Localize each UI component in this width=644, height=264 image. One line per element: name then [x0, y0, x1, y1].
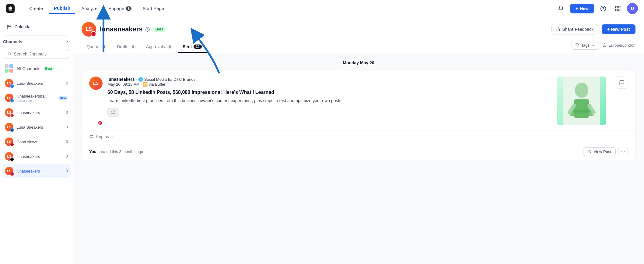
share-icon: [556, 27, 560, 31]
post-avatar-wrap: LS P: [89, 77, 103, 125]
channel-avatar-luna-1: LS f: [5, 79, 13, 87]
search-channels-box[interactable]: [4, 49, 69, 59]
buffer-logo[interactable]: [6, 4, 15, 13]
timezone-display: Europe/London: [603, 43, 635, 48]
svg-rect-3: [616, 6, 618, 8]
post-author: lunasneakers: [107, 77, 135, 82]
sidebar-item-all-channels[interactable]: All Channels Beta: [2, 62, 71, 75]
channel-avatar-lunasneakers-ig: LS ◻: [5, 108, 13, 117]
post-title: 60 Days, 58 LinkedIn Posts, 568,000 Impr…: [107, 89, 552, 96]
instagram-icon: ◻: [10, 113, 14, 117]
linkedin-icon: in: [10, 128, 14, 132]
nav-start-page[interactable]: Start Page: [138, 3, 169, 13]
channel-large-pinterest-icon: P: [91, 31, 96, 37]
sidebar-divider: [4, 35, 69, 36]
svg-point-13: [147, 29, 148, 30]
channel-name-wrap: lunasneakers Beta: [100, 25, 166, 33]
help-button[interactable]: [598, 3, 609, 14]
sidebar-item-lunasneakers-pin[interactable]: LS P lunasneakers 0: [2, 164, 71, 178]
channel-header-top: LS P lunasneakers Beta: [82, 22, 635, 37]
chevron-down-icon: [591, 44, 595, 47]
channel-beta-badge: Beta: [152, 27, 166, 32]
channel-tabs: Queue 0 Drafts 0 Approvals 0 Sent 32: [82, 41, 207, 53]
tab-sent[interactable]: Sent 32: [178, 41, 207, 53]
tabs-row: Queue 0 Drafts 0 Approvals 0 Sent 32: [82, 41, 635, 53]
post-avatar: LS: [89, 77, 103, 90]
svg-rect-6: [616, 9, 618, 11]
comment-button[interactable]: [616, 77, 628, 89]
channel-header: LS P lunasneakers Beta: [73, 17, 644, 53]
svg-line-24: [590, 150, 591, 152]
channel-avatar-lunasneakers-pin: LS P: [5, 167, 13, 175]
new-post-button[interactable]: + New Post: [602, 24, 635, 34]
sidebar-item-calendar[interactable]: Calendar: [4, 22, 69, 32]
nav-items: Create Publish Analyze Engage 8 Start Pa…: [24, 3, 169, 14]
repins-label: Repins: [96, 134, 109, 139]
tag-icon: [576, 43, 579, 47]
external-link-icon: [588, 150, 592, 154]
globe-icon: [603, 43, 607, 47]
channel-avatar-luna-li: LS in: [5, 123, 13, 131]
channel-avatar-lunasneakers-tk: LS ♪: [5, 152, 13, 161]
nav-right: + New U: [555, 3, 638, 14]
nav-publish[interactable]: Publish: [49, 3, 75, 14]
apps-button[interactable]: [612, 3, 623, 14]
svg-point-11: [8, 52, 11, 55]
search-channels-input[interactable]: [14, 52, 65, 56]
nav-create[interactable]: Create: [24, 3, 48, 13]
post-image: [557, 77, 606, 125]
engage-badge: 8: [126, 6, 131, 11]
sidebar-item-good-news[interactable]: LS ▶ Good News 0: [2, 135, 71, 148]
tags-button[interactable]: Tags: [572, 41, 599, 50]
tab-approvals[interactable]: Approvals 0: [141, 41, 178, 53]
channel-title: LS P lunasneakers Beta: [82, 22, 166, 37]
sidebar-channels-header[interactable]: Channels: [0, 37, 73, 47]
new-button[interactable]: + New: [570, 4, 594, 13]
post-body: Learn LinkedIn best practices from this …: [107, 98, 552, 104]
sidebar-item-luna-sneakers-li[interactable]: LS in Luna Sneakers 0: [2, 120, 71, 134]
repins-icon: [89, 134, 93, 139]
tiktok-icon: ♪: [10, 157, 14, 161]
sidebar: Calendar Channels All Channels Beta: [0, 17, 73, 264]
chevron-up-icon: [65, 40, 70, 44]
all-channels-beta-badge: Beta: [44, 67, 54, 71]
post-footer-action: created this 3 months ago: [98, 149, 143, 154]
view-post-button[interactable]: View Post: [583, 147, 616, 156]
notifications-button[interactable]: [555, 3, 566, 14]
nav-analyze[interactable]: Analyze: [76, 3, 102, 13]
post-footer: You created this 3 months ago View Post: [82, 143, 635, 160]
tab-right-controls: Tags Europe/London: [572, 41, 635, 53]
post-content: lunasneakers · 🌐 Social Media for DTC Br…: [107, 77, 552, 125]
user-avatar[interactable]: U: [627, 3, 638, 14]
sidebar-item-luna-sneakers-1[interactable]: LS f Luna Sneakers 2: [2, 77, 71, 90]
svg-rect-5: [618, 9, 620, 11]
search-icon: [8, 52, 11, 56]
top-navigation: Create Publish Analyze Engage 8 Start Pa…: [0, 0, 644, 17]
channel-avatar-lunasneakersbs: LS 🦋: [5, 94, 13, 102]
post-footer-left: You created this 3 months ago: [89, 149, 143, 154]
sidebar-item-lunasneakers-tk[interactable]: LS ♪ lunasneakers 0: [2, 150, 71, 163]
repin-icon: [111, 110, 116, 115]
content-area: LS P lunasneakers Beta: [73, 17, 644, 264]
post-main: LS P lunasneakers · 🌐 Social Media for D…: [82, 70, 635, 130]
sidebar-calendar-section: Calendar: [0, 17, 73, 34]
post-footer-you: You: [89, 149, 96, 154]
more-options-button[interactable]: ⋯: [618, 147, 628, 156]
nav-engage[interactable]: Engage 8: [104, 3, 137, 13]
youtube-icon: ▶: [10, 143, 14, 147]
post-header: lunasneakers · 🌐 Social Media for DTC Br…: [107, 77, 552, 87]
post-image-svg: [563, 77, 600, 125]
sidebar-item-lunasneakersbs[interactable]: LS 🦋 lunasneakersbs... bsky.social New: [2, 91, 71, 105]
share-feedback-button[interactable]: Share Feedback: [551, 24, 598, 34]
calendar-icon: [7, 24, 12, 29]
sidebar-item-lunasneakers-ig[interactable]: LS ◻ lunasneakers 0: [2, 106, 71, 119]
repin-button[interactable]: [107, 108, 119, 117]
posts-area: Monday May 20 LS P lunasneakers: [73, 53, 644, 264]
post-footer-right: View Post ⋯: [583, 147, 628, 156]
date-full: May 20: [360, 60, 374, 65]
svg-rect-21: [572, 110, 591, 112]
tab-drafts[interactable]: Drafts 0: [112, 41, 141, 53]
gear-icon[interactable]: [145, 27, 150, 32]
tab-queue[interactable]: Queue 0: [82, 41, 112, 53]
all-channels-icon: [5, 64, 13, 73]
